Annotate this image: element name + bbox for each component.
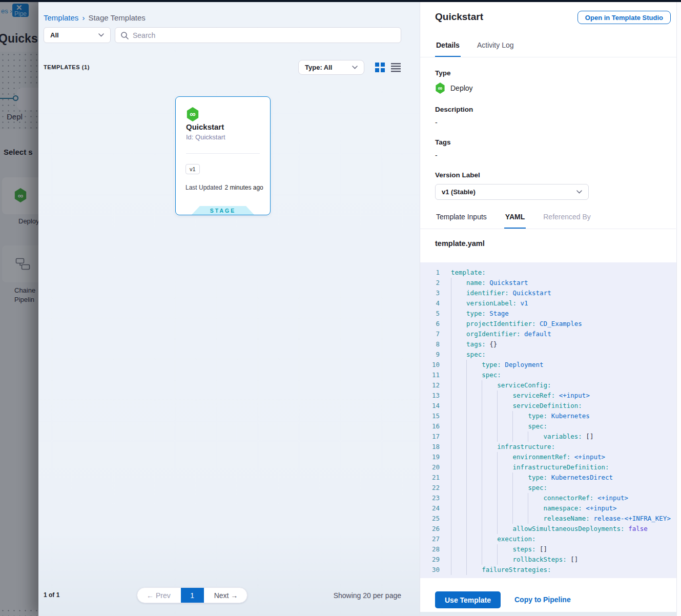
yaml-line-content: environmentRef: <+input> [451,452,605,462]
yaml-line: 1template: [420,268,676,278]
next-page-button[interactable]: Next → [204,588,247,603]
yaml-value: {} [489,340,497,348]
prev-page-button[interactable]: ← Prev [137,588,181,603]
drawer-bottom-edge [420,612,681,616]
yaml-value: [] [540,545,547,553]
yaml-value: <+input> [597,494,628,502]
indent-guide [497,401,512,411]
copy-to-pipeline-link[interactable]: Copy to Pipeline [514,596,571,604]
line-number: 6 [420,319,440,329]
type-value-row: ∞ Deploy [435,83,676,94]
yaml-key: spec: [466,351,486,358]
indent-guide [482,483,497,493]
indent-guide [451,524,466,534]
template-card-quickstart[interactable]: ∞ Quickstart Id: Quickstart v1 Last Upda… [175,96,271,215]
list-view-icon[interactable] [391,63,401,72]
indent-guide [451,380,466,391]
indent-guide [466,401,482,411]
tab-yaml[interactable]: YAML [504,207,526,229]
indent-guide [466,380,482,391]
details-footer: Use Template Copy to Pipeline [420,578,681,616]
indent-guide [466,493,482,503]
type-filter-dropdown[interactable]: Type: All [298,60,364,75]
grid-view-icon[interactable] [375,63,385,72]
line-number: 3 [420,288,440,298]
page-number-button[interactable]: 1 [181,588,204,603]
use-template-button[interactable]: Use Template [435,591,501,608]
yaml-line: 7orgIdentifier: default [420,329,676,339]
tab-details[interactable]: Details [435,33,461,57]
search-box[interactable] [115,27,401,43]
line-number: 22 [420,483,440,493]
indent-guide [482,473,497,483]
version-dropdown[interactable]: v1 (Stable) [435,184,589,200]
yaml-line-content: type: KubernetesDirect [451,473,613,483]
line-number: 5 [420,309,440,319]
modal-overlay[interactable] [0,0,38,616]
yaml-key: infrastructureDefinition: [512,463,609,471]
open-in-template-studio-button[interactable]: Open in Template Studio [577,11,671,24]
yaml-line-content: name: Quickstart [451,278,528,288]
yaml-line: 15type: Kubernetes [420,411,676,421]
yaml-line: 5type: Stage [420,309,676,319]
yaml-value: default [524,330,551,338]
line-number: 19 [420,452,440,462]
yaml-line: 29rollbackSteps: [] [420,555,676,565]
indent-guide [482,503,497,514]
indent-guide [451,503,466,514]
chevron-down-icon [352,66,358,69]
indent-guide [466,370,482,380]
indent-guide [451,493,466,503]
line-number: 26 [420,524,440,534]
breadcrumb-templates-link[interactable]: Templates [44,13,78,22]
tags-value: - [435,151,676,159]
indent-guide [451,514,466,524]
templates-count-label: TEMPLATES (1) [44,64,90,70]
yaml-key: projectIdentifier: [466,320,535,327]
indent-guide [451,544,466,555]
yaml-key: type: [528,412,547,420]
indent-guide [451,278,466,288]
line-number: 27 [420,534,440,544]
indent-guide [466,432,482,442]
line-number: 23 [420,493,440,503]
pagination-control: ← Prev 1 Next → [137,587,247,603]
yaml-value: Quickstart [512,289,551,297]
yaml-key: spec: [528,484,547,491]
indent-guide [512,432,528,442]
indent-guide [482,493,497,503]
yaml-key: orgIdentifier: [466,330,520,338]
yaml-line-content: infrastructureDefinition: [451,462,609,473]
yaml-line-content: serviceRef: <+input> [451,391,590,401]
scope-filter-dropdown[interactable]: All [44,27,111,43]
tab-template-inputs[interactable]: Template Inputs [435,207,488,229]
yaml-value: <+input> [574,453,605,461]
yaml-line-content: serviceConfig: [451,380,551,391]
yaml-line: 6projectIdentifier: CD_Examples [420,319,676,329]
yaml-line: 22spec: [420,483,676,493]
yaml-line-content: spec: [451,483,547,493]
yaml-line-content: spec: [451,350,486,360]
yaml-key: identifier: [466,289,509,297]
tab-activity-log[interactable]: Activity Log [476,33,515,57]
line-number: 11 [420,370,440,380]
panel-scrollbar-track[interactable] [676,0,681,616]
indent-guide [482,524,497,534]
yaml-line-content: releaseName: release-<+INFRA_KEY> [451,514,671,524]
indent-guide [466,473,482,483]
search-input[interactable] [133,31,396,39]
breadcrumb: Templates›Stage Templates [44,13,146,22]
indent-guide [482,555,497,565]
yaml-line-content: variables: [] [451,432,593,442]
yaml-line-content: steps: [] [451,544,547,555]
line-number: 29 [420,555,440,565]
top-dark-bar [0,0,681,2]
tab-referenced-by[interactable]: Referenced By [542,207,592,229]
yaml-key: spec: [482,371,501,379]
yaml-code-viewer[interactable]: 1template:2name: Quickstart3identifier: … [420,262,676,578]
indent-guide [528,432,543,442]
line-number: 20 [420,462,440,473]
indent-guide [451,411,466,421]
line-number: 7 [420,329,440,339]
yaml-value: <+input> [559,392,590,399]
